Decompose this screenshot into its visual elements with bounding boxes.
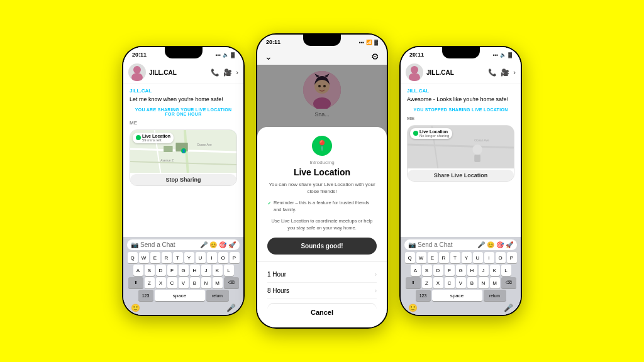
key-s[interactable]: S — [145, 265, 155, 276]
key-o[interactable]: O — [218, 252, 228, 263]
key-x-r[interactable]: X — [433, 277, 443, 288]
mic-icon[interactable]: 🎤 — [200, 241, 208, 248]
option-8-hours[interactable]: 8 Hours › — [267, 283, 377, 299]
camera-icon[interactable]: 📷 — [131, 241, 138, 248]
key-i[interactable]: I — [207, 252, 217, 263]
phone-icon[interactable]: 📞 — [211, 69, 219, 77]
key-w[interactable]: W — [139, 252, 149, 263]
key-j[interactable]: J — [201, 265, 211, 276]
key-k[interactable]: K — [213, 265, 223, 276]
key-n[interactable]: N — [201, 277, 211, 288]
key-numbers-r[interactable]: 123 — [416, 290, 431, 301]
key-f-r[interactable]: F — [445, 265, 455, 276]
camera-icon-r[interactable]: 📷 — [408, 241, 416, 248]
key-r-r[interactable]: R — [439, 252, 449, 263]
key-c-r[interactable]: C — [445, 277, 455, 288]
key-r[interactable]: R — [162, 252, 172, 263]
mic-bottom-icon[interactable]: 🎤 — [226, 304, 236, 312]
key-q-r[interactable]: Q — [405, 252, 415, 263]
emoji-bottom-icon-r[interactable]: 🙂 — [408, 304, 418, 312]
key-d-r[interactable]: D — [433, 265, 443, 276]
key-space-r[interactable]: space — [432, 290, 482, 301]
gear-icon[interactable]: ⚙ — [371, 52, 379, 62]
key-v[interactable]: V — [179, 277, 189, 288]
key-shift-r[interactable]: ⬆ — [406, 277, 421, 288]
key-y-r[interactable]: Y — [462, 252, 472, 263]
key-space[interactable]: space — [155, 290, 205, 301]
key-x[interactable]: X — [156, 277, 166, 288]
key-return[interactable]: return — [206, 290, 229, 301]
key-shift[interactable]: ⬆ — [128, 277, 143, 288]
key-i-r[interactable]: I — [484, 252, 494, 263]
key-m[interactable]: M — [213, 277, 223, 288]
emoji-bottom-icon[interactable]: 🙂 — [131, 304, 140, 312]
key-t-r[interactable]: T — [450, 252, 460, 263]
more-icon-r[interactable]: › — [513, 69, 516, 76]
sticker-icon[interactable]: 🎯 — [219, 241, 226, 248]
mic-bottom-icon-r[interactable]: 🎤 — [504, 304, 513, 312]
key-b-r[interactable]: B — [467, 277, 477, 288]
share-location-button[interactable]: Share Live Location — [408, 170, 514, 181]
key-delete[interactable]: ⌫ — [224, 277, 239, 288]
video-icon-r[interactable]: 🎥 — [501, 69, 509, 77]
sounds-good-button[interactable]: Sounds good! — [267, 238, 377, 255]
key-j-r[interactable]: J — [479, 265, 489, 276]
option-1-hour[interactable]: 1 Hour › — [267, 266, 377, 283]
key-e[interactable]: E — [150, 252, 160, 263]
key-z-r[interactable]: Z — [422, 277, 432, 288]
key-n-r[interactable]: N — [479, 277, 489, 288]
key-return-r[interactable]: return — [484, 290, 506, 301]
key-d[interactable]: D — [156, 265, 166, 276]
key-h[interactable]: H — [190, 265, 200, 276]
key-s-r[interactable]: S — [422, 265, 432, 276]
key-h-r[interactable]: H — [467, 265, 477, 276]
header-icons-left[interactable]: 📞 🎥 › — [211, 69, 238, 77]
key-delete-r[interactable]: ⌫ — [501, 277, 516, 288]
key-v-r[interactable]: V — [456, 277, 466, 288]
key-z[interactable]: Z — [145, 277, 155, 288]
key-m-r[interactable]: M — [490, 277, 500, 288]
keyboard-right[interactable]: QWERTYUIOP ASDFGHJKL ⬆ ZXCVBNM ⌫ 123 spa… — [402, 252, 519, 301]
modal-usecase: Use Live Location to coordinate meetups … — [267, 218, 377, 231]
cancel-button[interactable]: Cancel — [267, 303, 377, 321]
key-g-r[interactable]: G — [456, 265, 466, 276]
key-p-r[interactable]: P — [507, 252, 517, 263]
key-numbers[interactable]: 123 — [138, 290, 153, 301]
input-placeholder-left[interactable]: Send a Chat — [140, 241, 198, 248]
key-o-r[interactable]: O — [496, 252, 506, 263]
input-bar-right[interactable]: 📷 Send a Chat 🎤 😊 🎯 🚀 — [404, 239, 517, 250]
key-y[interactable]: Y — [184, 252, 194, 263]
input-bar-left[interactable]: 📷 Send a Chat 🎤 😊 🎯 🚀 — [127, 239, 240, 250]
input-placeholder-right[interactable]: Send a Chat — [418, 241, 475, 248]
phone-icon-r[interactable]: 📞 — [488, 69, 497, 77]
emoji-icon-r[interactable]: 😊 — [487, 241, 494, 248]
key-u[interactable]: U — [196, 252, 206, 263]
emoji-icon[interactable]: 😊 — [209, 241, 217, 248]
key-g[interactable]: G — [179, 265, 189, 276]
more-icon[interactable]: › — [236, 69, 238, 76]
key-l-r[interactable]: L — [501, 265, 511, 276]
key-t[interactable]: T — [173, 252, 183, 263]
key-e-r[interactable]: E — [428, 252, 438, 263]
key-w-r[interactable]: W — [416, 252, 426, 263]
key-a-r[interactable]: A — [411, 265, 421, 276]
video-icon[interactable]: 🎥 — [223, 69, 232, 77]
stop-sharing-button[interactable]: Stop Sharing — [130, 174, 236, 185]
snap-icon[interactable]: 🚀 — [228, 241, 236, 248]
key-l[interactable]: L — [224, 265, 234, 276]
key-q[interactable]: Q — [128, 252, 138, 263]
keyboard-left[interactable]: QWERTYUIOP ASDFGHJKL ⬆ ZXCVBNM ⌫ 123 spa… — [125, 252, 242, 301]
badge-sub-left: 59 mins left — [142, 138, 170, 142]
key-p[interactable]: P — [230, 252, 240, 263]
key-f[interactable]: F — [167, 265, 177, 276]
sticker-icon-r[interactable]: 🎯 — [496, 241, 504, 248]
key-b[interactable]: B — [190, 277, 200, 288]
mic-icon-r[interactable]: 🎤 — [477, 241, 485, 248]
key-k-r[interactable]: K — [490, 265, 500, 276]
back-icon[interactable]: ⌄ — [265, 52, 272, 62]
snap-icon-r[interactable]: 🚀 — [506, 241, 513, 248]
key-u-r[interactable]: U — [473, 252, 483, 263]
header-icons-right[interactable]: 📞 🎥 › — [488, 69, 516, 77]
key-a[interactable]: A — [133, 265, 143, 276]
key-c[interactable]: C — [167, 277, 177, 288]
